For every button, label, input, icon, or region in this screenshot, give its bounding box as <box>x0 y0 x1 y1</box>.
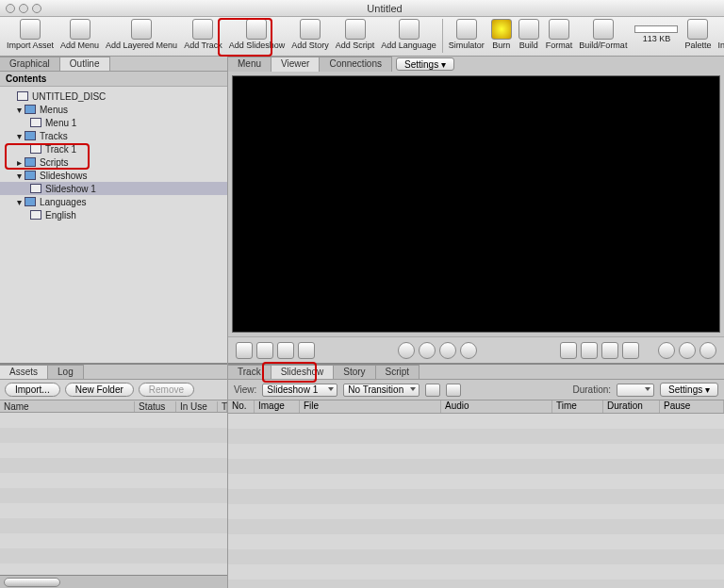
tree-slideshow1[interactable]: Slideshow 1 <box>0 182 227 195</box>
burn-button[interactable]: Burn <box>488 19 515 50</box>
zoom-traffic-light[interactable] <box>32 4 41 13</box>
add-layered-menu-button[interactable]: Add Layered Menu <box>103 19 180 50</box>
remove-button[interactable]: Remove <box>139 383 194 397</box>
col-no[interactable]: No. <box>228 400 255 413</box>
add-slideshow-button[interactable]: Add Slideshow <box>226 19 288 50</box>
layout-4-button[interactable] <box>622 342 639 359</box>
viewer-settings-button[interactable]: Settings ▾ <box>396 57 454 71</box>
disclosure-triangle-icon[interactable]: ▸ <box>17 157 25 168</box>
tab-track[interactable]: Track <box>228 365 272 379</box>
outline-tabstrip: Graphical Outline <box>0 57 227 72</box>
first-slide-button[interactable] <box>236 342 253 359</box>
add-menu-button[interactable]: Add Menu <box>58 19 102 50</box>
col-name[interactable]: Name <box>0 401 135 412</box>
build-format-button[interactable]: Build/Format <box>576 19 630 50</box>
disclosure-triangle-icon[interactable]: ▾ <box>17 131 25 141</box>
tree-languages[interactable]: ▾Languages <box>0 195 227 208</box>
view-label: View: <box>234 384 256 395</box>
transition-preview-button[interactable] <box>446 384 461 397</box>
step-forward-button[interactable] <box>460 342 477 359</box>
tab-menu[interactable]: Menu <box>228 57 272 72</box>
disclosure-triangle-icon[interactable]: ▾ <box>17 105 25 115</box>
duration-label: Duration: <box>573 384 612 395</box>
col-status[interactable]: Status <box>135 401 176 412</box>
slideshow-columns: No. Image File Audio Time Duration Pause <box>228 400 724 414</box>
stop-button[interactable] <box>419 342 436 359</box>
step-back-button[interactable] <box>439 342 456 359</box>
import-button[interactable]: Import... <box>5 383 60 397</box>
assets-list[interactable] <box>0 413 227 575</box>
transition-prev-button[interactable] <box>425 384 440 397</box>
tree-english[interactable]: English <box>0 208 227 221</box>
tab-viewer[interactable]: Viewer <box>272 57 320 72</box>
assets-hscroll[interactable] <box>0 575 227 588</box>
add-script-button[interactable]: Add Script <box>333 19 378 50</box>
tab-slideshow[interactable]: Slideshow <box>272 365 335 379</box>
tree-slideshows[interactable]: ▾Slideshows <box>0 169 227 182</box>
col-t[interactable]: T <box>218 401 227 412</box>
col-pause[interactable]: Pause <box>660 400 724 413</box>
minimize-traffic-light[interactable] <box>19 4 28 13</box>
prev-slide-button[interactable] <box>256 342 273 359</box>
next-slide-button[interactable] <box>277 342 294 359</box>
col-audio[interactable]: Audio <box>441 400 552 413</box>
toolbar-separator <box>442 19 443 53</box>
tree-menus[interactable]: ▾Menus <box>0 103 227 116</box>
tab-log[interactable]: Log <box>48 365 84 379</box>
disclosure-triangle-icon[interactable]: ▾ <box>17 197 25 207</box>
import-asset-button[interactable]: Import Asset <box>4 19 57 50</box>
extra-1-button[interactable] <box>658 342 675 359</box>
simulator-button[interactable]: Simulator <box>446 19 487 50</box>
col-duration[interactable]: Duration <box>603 400 660 413</box>
tab-assets[interactable]: Assets <box>0 365 48 379</box>
tree-track1[interactable]: Track 1 <box>0 142 227 155</box>
slideshow-list[interactable] <box>228 414 724 588</box>
palette-button[interactable]: Palette <box>682 19 714 50</box>
add-language-button[interactable]: Add Language <box>378 19 439 50</box>
new-folder-button[interactable]: New Folder <box>65 383 134 397</box>
tree-menu1[interactable]: Menu 1 <box>0 116 227 129</box>
tab-graphical[interactable]: Graphical <box>0 57 60 71</box>
tab-script[interactable]: Script <box>376 365 420 379</box>
view-select[interactable]: Slideshow 1 <box>262 384 337 397</box>
viewer-canvas[interactable] <box>232 75 720 333</box>
format-button[interactable]: Format <box>543 19 576 50</box>
burn-icon <box>491 19 512 40</box>
slideshow-icon <box>30 184 41 193</box>
inspector-button[interactable]: Inspector <box>715 19 724 50</box>
add-track-button[interactable]: Add Track <box>181 19 225 50</box>
tree-scripts[interactable]: ▸Scripts <box>0 155 227 169</box>
extra-2-button[interactable] <box>679 342 696 359</box>
layout-2-button[interactable] <box>581 342 598 359</box>
tab-connections[interactable]: Connections <box>320 57 392 72</box>
disclosure-triangle-icon[interactable]: ▾ <box>17 171 25 181</box>
add-story-button[interactable]: Add Story <box>288 19 332 50</box>
tree-root[interactable]: UNTITLED_DISC <box>0 90 227 103</box>
scrollbar-thumb[interactable] <box>4 578 60 587</box>
extra-3-button[interactable] <box>699 342 716 359</box>
import-asset-icon <box>20 19 41 40</box>
build-format-icon <box>593 19 614 40</box>
close-traffic-light[interactable] <box>6 4 15 13</box>
layout-3-button[interactable] <box>601 342 618 359</box>
add-track-icon <box>192 19 213 40</box>
layout-1-button[interactable] <box>560 342 577 359</box>
add-menu-icon <box>70 19 90 40</box>
col-file[interactable]: File <box>300 400 441 413</box>
play-button[interactable] <box>398 342 415 359</box>
col-time[interactable]: Time <box>552 400 603 413</box>
outline-tree[interactable]: UNTITLED_DISC ▾Menus Menu 1 ▾Tracks Trac… <box>0 87 227 363</box>
tree-tracks[interactable]: ▾Tracks <box>0 129 227 142</box>
add-layered-menu-icon <box>131 19 152 40</box>
tab-story[interactable]: Story <box>334 365 375 379</box>
col-inuse[interactable]: In Use <box>176 401 218 412</box>
last-slide-button[interactable] <box>298 342 315 359</box>
duration-select[interactable] <box>617 384 654 397</box>
contents-header: Contents <box>0 72 227 87</box>
transition-select[interactable]: No Transition <box>343 384 420 397</box>
build-button[interactable]: Build <box>516 19 542 50</box>
slideshow-settings-button[interactable]: Settings ▾ <box>660 383 718 397</box>
folder-icon <box>25 105 36 114</box>
col-image[interactable]: Image <box>255 400 300 413</box>
tab-outline[interactable]: Outline <box>60 57 110 71</box>
